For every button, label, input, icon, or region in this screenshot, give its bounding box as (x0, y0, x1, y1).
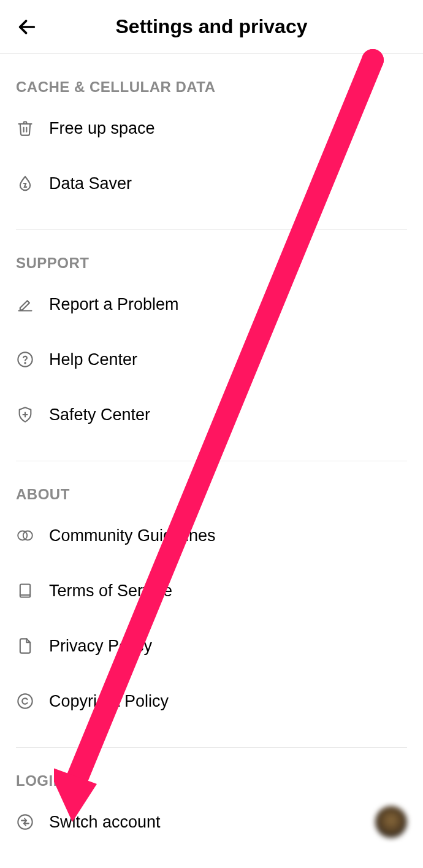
section-cache: CACHE & CELLULAR DATA Free up space (0, 54, 423, 211)
list-cache: Free up space Data Saver (16, 101, 407, 211)
back-button[interactable] (15, 15, 39, 39)
pencil-icon (16, 295, 34, 313)
section-header-login: LOGIN (16, 748, 407, 794)
item-label: Free up space (49, 119, 155, 138)
item-label: Help Center (49, 350, 137, 369)
question-circle-icon (16, 350, 34, 369)
overlapping-circles-icon (16, 526, 34, 545)
section-login: LOGIN Switch account (0, 748, 423, 868)
copyright-icon (16, 692, 34, 710)
trash-icon (16, 119, 34, 137)
section-support: SUPPORT Report a Problem (0, 230, 423, 442)
item-log-out[interactable]: Log out (16, 850, 407, 868)
svg-point-4 (25, 363, 25, 363)
shield-icon (16, 405, 34, 424)
header-bar: Settings and privacy (0, 0, 423, 54)
section-header-about: ABOUT (16, 461, 407, 508)
item-safety-center[interactable]: Safety Center (16, 387, 407, 442)
section-header-cache: CACHE & CELLULAR DATA (16, 54, 407, 101)
item-label: Safety Center (49, 405, 150, 424)
list-support: Report a Problem Help Center (16, 277, 407, 442)
item-free-up-space[interactable]: Free up space (16, 101, 407, 156)
item-label: Privacy Policy (49, 637, 152, 656)
settings-page: Settings and privacy CACHE & CELLULAR DA… (0, 0, 423, 868)
item-help-center[interactable]: Help Center (16, 332, 407, 387)
item-privacy-policy[interactable]: Privacy Policy (16, 618, 407, 674)
switch-icon (16, 813, 34, 831)
drop-icon (16, 174, 34, 193)
page-title: Settings and privacy (15, 15, 408, 38)
item-label: Report a Problem (49, 295, 179, 314)
arrow-left-icon (17, 17, 37, 37)
file-icon (16, 637, 34, 655)
item-switch-account[interactable]: Switch account (16, 794, 407, 850)
list-about: Community Guidelines Terms of Service (16, 508, 407, 729)
item-copyright-policy[interactable]: Copyright Policy (16, 674, 407, 729)
item-label: Switch account (49, 813, 161, 832)
item-label: Data Saver (49, 174, 132, 193)
item-label: Copyright Policy (49, 692, 169, 711)
item-data-saver[interactable]: Data Saver (16, 156, 407, 211)
item-label: Community Guidelines (49, 526, 216, 545)
book-icon (16, 582, 34, 600)
item-label: Terms of Service (49, 582, 172, 601)
item-terms-of-service[interactable]: Terms of Service (16, 563, 407, 618)
avatar (375, 806, 407, 838)
svg-point-11 (18, 694, 32, 708)
item-community-guidelines[interactable]: Community Guidelines (16, 508, 407, 563)
section-about: ABOUT Community Guidelines (0, 461, 423, 729)
section-header-support: SUPPORT (16, 230, 407, 277)
list-login: Switch account Log out (16, 794, 407, 868)
svg-point-7 (18, 531, 27, 540)
svg-point-8 (23, 531, 32, 540)
item-report-problem[interactable]: Report a Problem (16, 277, 407, 332)
